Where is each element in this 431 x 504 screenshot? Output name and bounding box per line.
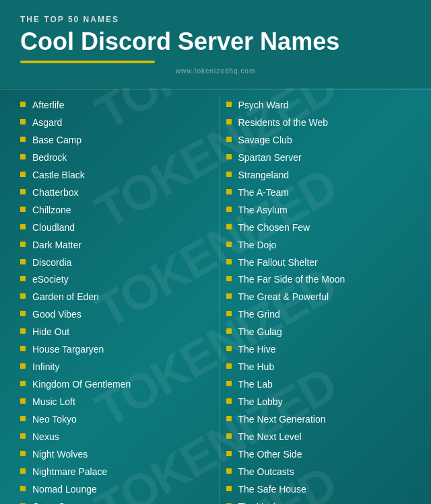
- item-label: The Far Side of the Moon: [238, 273, 345, 287]
- list-item: Chatterbox: [20, 184, 205, 201]
- item-label: Nightmare Palace: [32, 466, 107, 479]
- bullet-icon: [20, 293, 26, 299]
- list-item: Savage Club: [226, 132, 411, 149]
- item-label: The Fallout Shelter: [238, 256, 318, 270]
- right-column: Psych WardResidents of the WebSavage Clu…: [220, 97, 418, 504]
- list-item: Cloudland: [20, 219, 205, 236]
- bullet-icon: [226, 311, 232, 316]
- list-item: House Targaryen: [20, 341, 205, 359]
- item-label: Neo Tokyo: [32, 413, 77, 427]
- list-item: Dark Matter: [20, 236, 205, 254]
- item-label: Garden of Eden: [32, 291, 99, 304]
- list-item: Castle Black: [20, 166, 205, 184]
- list-item: The Dojo: [226, 236, 411, 254]
- list-item: Spartan Server: [226, 149, 411, 167]
- item-label: The Safe House: [238, 483, 306, 497]
- item-label: The A-Team: [238, 186, 289, 200]
- bullet-icon: [20, 433, 26, 439]
- item-label: Night Wolves: [32, 448, 88, 462]
- list-item: Hide Out: [20, 324, 205, 341]
- item-label: Cloudland: [32, 221, 75, 235]
- item-label: The Grind: [238, 308, 280, 322]
- item-label: The Dojo: [238, 239, 277, 252]
- list-item: Base Camp: [20, 132, 205, 149]
- bullet-icon: [226, 416, 232, 421]
- item-label: The Outcasts: [238, 466, 294, 479]
- item-label: Castle Black: [32, 169, 85, 182]
- item-label: Bedrock: [32, 151, 67, 165]
- list-item: Night Wolves: [20, 446, 205, 464]
- top-label: THE TOP 50 NAMES: [20, 15, 411, 24]
- bullet-icon: [226, 119, 232, 124]
- item-label: Nexus: [32, 431, 59, 444]
- bullet-icon: [226, 293, 232, 299]
- list-item: Afterlife: [20, 97, 205, 114]
- item-label: The Lab: [238, 378, 273, 392]
- item-label: House Targaryen: [32, 343, 104, 357]
- item-label: Savage Club: [238, 134, 292, 147]
- list-item: The Lab: [226, 376, 411, 394]
- item-label: Afterlife: [32, 99, 64, 112]
- item-label: Asgard: [32, 116, 62, 130]
- title-underline: [20, 61, 155, 63]
- bullet-icon: [20, 207, 26, 212]
- bullet-icon: [226, 137, 232, 142]
- bullet-icon: [20, 224, 26, 229]
- list-item: The Fallout Shelter: [226, 254, 411, 271]
- bullet-icon: [226, 381, 232, 386]
- bullet-icon: [20, 416, 26, 421]
- list-item: The Safe House: [226, 481, 411, 499]
- header-divider: [0, 89, 431, 90]
- bullet-icon: [20, 486, 26, 491]
- list-item: Outer Space: [20, 499, 205, 504]
- bullet-icon: [20, 398, 26, 404]
- item-label: The Next Level: [238, 431, 302, 444]
- item-label: The Chosen Few: [238, 221, 310, 235]
- item-label: Base Camp: [32, 134, 81, 147]
- bullet-icon: [20, 102, 26, 107]
- item-label: The Asylum: [238, 204, 288, 217]
- bullet-icon: [226, 276, 232, 281]
- bullet-icon: [226, 242, 232, 247]
- list-item: Strangeland: [226, 166, 411, 184]
- list-item: eSociety: [20, 271, 205, 289]
- list-item: Nightmare Palace: [20, 464, 205, 481]
- item-label: Residents of the Web: [238, 116, 329, 130]
- bullet-icon: [20, 154, 26, 159]
- item-label: The Hive: [238, 343, 276, 357]
- list-item: Chillzone: [20, 201, 205, 219]
- list-item: The Outcasts: [226, 464, 411, 481]
- item-label: Chatterbox: [32, 186, 78, 200]
- item-label: Dark Matter: [32, 239, 81, 252]
- main-container: TOKENIZED TOKENIZED TOKENIZED TOKENIZED …: [0, 0, 431, 504]
- list-item: Neo Tokyo: [20, 411, 205, 429]
- item-label: Infinity: [32, 361, 59, 374]
- main-title: Cool Discord Server Names: [20, 28, 411, 55]
- list-item: The Next Level: [226, 429, 411, 446]
- bullet-icon: [226, 259, 232, 264]
- bullet-icon: [20, 363, 26, 369]
- bullet-icon: [20, 468, 26, 474]
- list-item: Bedrock: [20, 149, 205, 167]
- bullet-icon: [226, 207, 232, 212]
- bullet-icon: [20, 328, 26, 334]
- bullet-icon: [20, 346, 26, 351]
- list-item: Music Loft: [20, 394, 205, 411]
- bullet-icon: [20, 276, 26, 281]
- item-label: Discordia: [32, 256, 71, 270]
- item-label: The Lobby: [238, 396, 283, 409]
- list-item: Nexus: [20, 429, 205, 446]
- item-label: The Hub: [238, 361, 275, 374]
- item-label: Good Vibes: [32, 308, 81, 322]
- bullet-icon: [20, 311, 26, 316]
- item-label: Outer Space: [32, 501, 86, 504]
- list-item: The Asylum: [226, 201, 411, 219]
- list-item: The Chosen Few: [226, 219, 411, 236]
- item-label: Chillzone: [32, 204, 71, 217]
- list-item: The Hive: [226, 341, 411, 359]
- bullet-icon: [20, 381, 26, 386]
- item-label: Music Loft: [32, 396, 75, 409]
- bullet-icon: [226, 172, 232, 177]
- list-item: Psych Ward: [226, 97, 411, 114]
- header: THE TOP 50 NAMES Cool Discord Server Nam…: [0, 0, 431, 88]
